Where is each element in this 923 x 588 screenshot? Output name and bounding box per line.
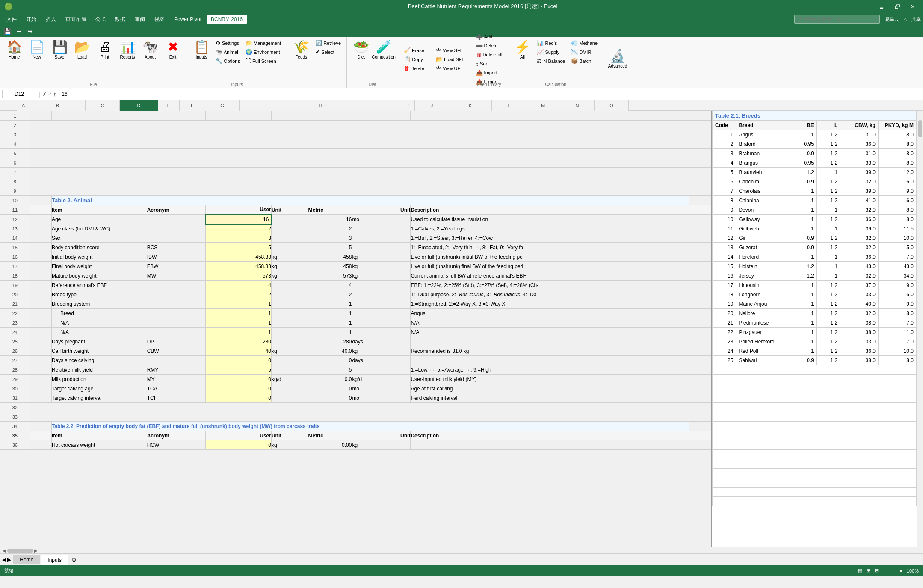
sort-button[interactable]: ↕Sort bbox=[474, 60, 491, 68]
window-controls[interactable]: 🗕 🗗 ✕ bbox=[876, 3, 919, 11]
load-sfl-button[interactable]: 📂Load SFL bbox=[434, 55, 467, 63]
table-row[interactable]: 23 N/A 1 1 N/A bbox=[0, 318, 711, 328]
animal-button[interactable]: 🐄Animal bbox=[213, 48, 242, 56]
menu-page-layout[interactable]: 页面布局 bbox=[61, 14, 90, 25]
tab-home[interactable]: Home bbox=[13, 555, 40, 564]
col-E[interactable]: E bbox=[158, 100, 180, 111]
view-normal[interactable]: ▤ bbox=[858, 568, 862, 573]
table-row[interactable]: 14 Sex 3 3 1:=Bull, 2:=Steer, 3:=Heifer,… bbox=[0, 233, 711, 243]
menu-power-pivot[interactable]: Power Pivot bbox=[170, 15, 206, 24]
view-ufl-button[interactable]: 👁View UFL bbox=[434, 64, 465, 72]
exit-button[interactable]: ✖Exit bbox=[162, 39, 183, 62]
table-row[interactable]: 20 Breed type 2 2 1:=Dual-purpose, 2:=Bo… bbox=[0, 290, 711, 299]
qat-redo[interactable]: ↪ bbox=[26, 27, 34, 35]
table-row[interactable]: 22 Breed 1 1 Angus bbox=[0, 309, 711, 318]
table-row[interactable]: 12 Age 16 16 mo Used to calculate tissue… bbox=[0, 215, 711, 224]
col-M[interactable]: M bbox=[526, 100, 560, 111]
table-row[interactable]: 29 Milk production MY 0 kg/d 0.0 kg/d Us… bbox=[0, 375, 711, 384]
menu-home[interactable]: 开始 bbox=[22, 14, 41, 25]
scroll-thumb[interactable] bbox=[918, 120, 922, 137]
scroll-left[interactable]: ◀ bbox=[1, 548, 7, 553]
cell-reference[interactable] bbox=[2, 90, 36, 98]
col-C[interactable]: C bbox=[86, 100, 120, 111]
table-row[interactable]: 28 Relative milk yield RMY 5 5 1:=Low, ·… bbox=[0, 365, 711, 375]
col-B[interactable]: B bbox=[30, 100, 86, 111]
menu-view[interactable]: 视图 bbox=[150, 14, 169, 25]
formula-input[interactable] bbox=[59, 90, 921, 98]
qat-undo[interactable]: ↩ bbox=[15, 27, 24, 35]
table-row[interactable]: 25 Days pregnant DP 280 280 days bbox=[0, 337, 711, 346]
scroll-thumb-h[interactable] bbox=[7, 549, 33, 553]
col-N[interactable]: N bbox=[560, 100, 595, 111]
col-A[interactable]: A bbox=[17, 100, 30, 111]
copy-button[interactable]: 📋Copy bbox=[402, 55, 425, 63]
zoom-slider[interactable]: ─────● bbox=[883, 568, 902, 573]
all-button[interactable]: ⚡All bbox=[512, 39, 533, 62]
erase-button[interactable]: 🧹Erase bbox=[402, 46, 426, 54]
menu-insert[interactable]: 插入 bbox=[41, 14, 60, 25]
home-button[interactable]: 🏠Home bbox=[3, 39, 25, 62]
menu-formulas[interactable]: 公式 bbox=[91, 14, 110, 25]
table-row[interactable]: 19 Reference animal's EBF 4 4 EBF: 1:=22… bbox=[0, 281, 711, 290]
table-row[interactable]: 31 Target calving interval TCI 0 0 mo He… bbox=[0, 393, 711, 403]
view-sfl-button[interactable]: 👁View SFL bbox=[434, 46, 465, 54]
selected-cell-d12[interactable]: 16 bbox=[205, 215, 271, 224]
reqs-button[interactable]: 📊Req's bbox=[535, 39, 567, 47]
col-J[interactable]: J bbox=[415, 100, 449, 111]
table-row[interactable]: 30 Target calving age TCA 0 0 mo Age at … bbox=[0, 384, 711, 393]
qat-save[interactable]: 💾 bbox=[2, 27, 13, 35]
table-row[interactable]: 15 Body condition score BCS 5 5 1:=Emaci… bbox=[0, 243, 711, 252]
col-I[interactable]: I bbox=[402, 100, 415, 111]
about-button[interactable]: 🐄About bbox=[139, 39, 161, 62]
col-D[interactable]: D bbox=[120, 100, 158, 111]
col-L[interactable]: L bbox=[492, 100, 526, 111]
import-button[interactable]: 📥Import bbox=[474, 69, 500, 77]
n-balance-button[interactable]: ⚖N Balance bbox=[535, 57, 567, 65]
table-row[interactable]: 18 Mature body weight MW 573 kg 573 kg C… bbox=[0, 271, 711, 281]
delete-all-button[interactable]: 🗑Delete all bbox=[474, 51, 505, 59]
menu-bcnrm[interactable]: BCNRM 2016 bbox=[207, 15, 247, 24]
add-button[interactable]: ➕Add bbox=[474, 33, 495, 41]
management-button[interactable]: 📁Management bbox=[243, 39, 283, 47]
inputs-button[interactable]: 📋Inputs bbox=[191, 39, 212, 65]
sheet-scroll[interactable]: 1 2 3 4 5 6 bbox=[0, 111, 917, 547]
table-row[interactable]: 21 Breeding system 1 1 1:=Straightbred, … bbox=[0, 299, 711, 309]
scroll-right[interactable]: ▶ bbox=[33, 548, 39, 553]
minimize-btn[interactable]: 🗕 bbox=[876, 3, 888, 11]
col-F[interactable]: F bbox=[180, 100, 205, 111]
col-G[interactable]: G bbox=[205, 100, 240, 111]
composition-button[interactable]: 🧪Composition bbox=[373, 39, 394, 62]
table-row[interactable]: 26 Calf birth weight CBW 40 kg 40.0 kg R… bbox=[0, 346, 711, 356]
load-button[interactable]: 📂Load bbox=[71, 39, 93, 62]
menu-data[interactable]: 数据 bbox=[111, 14, 130, 25]
settings-button[interactable]: ⚙Settings bbox=[213, 39, 242, 47]
restore-btn[interactable]: 🗗 bbox=[891, 3, 904, 11]
vertical-scrollbar[interactable] bbox=[917, 111, 923, 547]
col-H[interactable]: H bbox=[240, 100, 402, 111]
table-row[interactable]: 13 Age class (for DMI & WC) 2 2 1:=Calve… bbox=[0, 224, 711, 233]
print-button[interactable]: 🖨Print bbox=[94, 39, 115, 62]
search-input[interactable] bbox=[794, 15, 880, 24]
view-page-break[interactable]: ⊟ bbox=[875, 568, 879, 573]
dmir-button[interactable]: 📉DMIR bbox=[569, 48, 600, 56]
table-row[interactable]: 24 N/A 1 1 N/A bbox=[0, 328, 711, 337]
diet-button[interactable]: 🥗Diet bbox=[350, 39, 372, 62]
delete-item-button[interactable]: ➖Delete bbox=[474, 42, 500, 50]
methane-button[interactable]: 💨Methane bbox=[569, 39, 600, 47]
horizontal-scrollbar[interactable]: ◀ ▶ bbox=[0, 547, 923, 553]
batch-button[interactable]: 📦Batch bbox=[569, 57, 600, 65]
tab-inputs[interactable]: Inputs bbox=[41, 555, 68, 565]
view-layout[interactable]: ⊞ bbox=[867, 568, 870, 573]
add-sheet-btn[interactable]: ⊕ bbox=[71, 556, 77, 563]
fullscreen-button[interactable]: ⛶Full Screen bbox=[243, 57, 283, 65]
select-button[interactable]: ✔Select bbox=[313, 48, 343, 56]
reports-button[interactable]: 📊Reports bbox=[117, 39, 138, 62]
tab-add[interactable]: ◀ ▶ bbox=[2, 557, 11, 563]
menu-file[interactable]: 文件 bbox=[2, 14, 21, 25]
supply-button[interactable]: 📈Supply bbox=[535, 48, 567, 56]
col-O[interactable]: O bbox=[595, 100, 629, 111]
table-row[interactable]: 16 Initial body weight IBW 458.33 kg 458… bbox=[0, 252, 711, 262]
environment-button[interactable]: 🌍Environment bbox=[243, 48, 283, 56]
retrieve-button[interactable]: 🔄Retrieve bbox=[313, 39, 343, 47]
options-button[interactable]: 🔧Options bbox=[213, 57, 242, 65]
